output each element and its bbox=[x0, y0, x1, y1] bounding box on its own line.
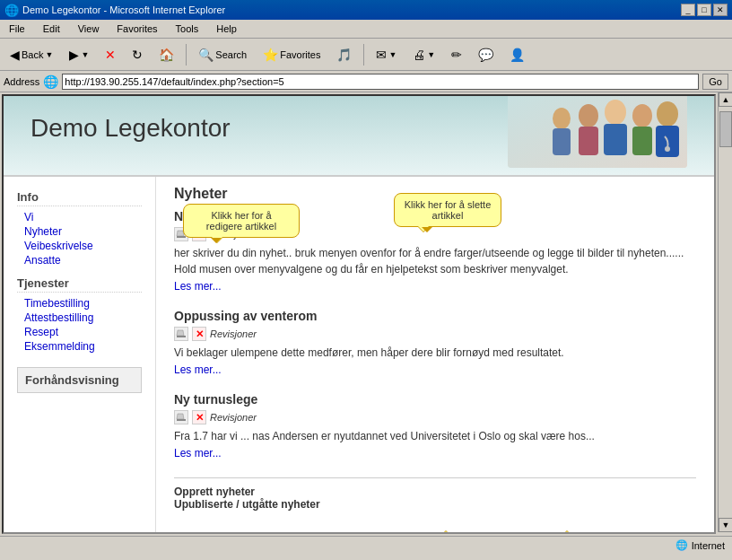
close-button[interactable]: ✕ bbox=[713, 4, 728, 16]
bottom-link-upubliserte[interactable]: Upubliserte / utgåtte nyheter bbox=[174, 498, 696, 511]
minimize-button[interactable]: _ bbox=[681, 4, 695, 16]
sidebar-link-vi[interactable]: Vi bbox=[17, 210, 142, 224]
sidebar-link-eksemmelding[interactable]: Eksemmelding bbox=[17, 339, 142, 354]
article-2-icons: ✕ Revisjoner bbox=[174, 327, 696, 341]
svg-rect-16 bbox=[177, 419, 186, 421]
sidebar: Info Vi Nyheter Veibeskrivelse Ansatte T… bbox=[4, 177, 156, 534]
article-3-les-mer[interactable]: Les mer... bbox=[174, 447, 696, 459]
maximize-button[interactable]: □ bbox=[697, 4, 711, 16]
back-button[interactable]: ◀ Back ▼ bbox=[4, 42, 59, 67]
sidebar-link-veibeskrivelse[interactable]: Veibeskrivelse bbox=[17, 239, 142, 253]
messenger-icon: 👤 bbox=[510, 48, 525, 62]
search-button[interactable]: 🔍 Search bbox=[192, 42, 253, 67]
back-dropdown-icon[interactable]: ▼ bbox=[45, 50, 53, 59]
status-bar: 🌐 Internet bbox=[0, 536, 732, 554]
content-wrapper: Demo Legekontor bbox=[0, 92, 732, 536]
internet-zone-icon: 🌐 bbox=[675, 539, 688, 551]
svg-point-5 bbox=[605, 100, 626, 125]
edit-toolbar-icon: ✏ bbox=[451, 48, 462, 62]
go-button[interactable]: Go bbox=[702, 74, 728, 90]
window-controls[interactable]: _ □ ✕ bbox=[681, 4, 728, 16]
svg-rect-4 bbox=[579, 127, 598, 155]
header-image bbox=[508, 96, 687, 168]
home-icon: 🏠 bbox=[159, 48, 174, 62]
menu-file[interactable]: File bbox=[4, 22, 30, 36]
bubble-edit: Klikk her for å redigere artikkel bbox=[183, 204, 300, 238]
stop-icon: ✕ bbox=[105, 48, 116, 62]
menu-favorites[interactable]: Favorites bbox=[111, 22, 162, 36]
menu-help[interactable]: Help bbox=[211, 22, 242, 36]
window-title: Demo Legekontor - Microsoft Internet Exp… bbox=[22, 4, 225, 15]
page-header: Demo Legekontor bbox=[4, 96, 714, 177]
favorites-button[interactable]: ⭐ Favorites bbox=[257, 42, 327, 67]
print-dropdown[interactable]: ▼ bbox=[427, 50, 435, 59]
svg-point-11 bbox=[665, 146, 670, 152]
sidebar-link-timebestilling[interactable]: Timebestilling bbox=[17, 296, 142, 311]
separator-2 bbox=[363, 44, 364, 66]
forward-icon: ▶ bbox=[69, 48, 79, 62]
scroll-thumb[interactable] bbox=[719, 111, 732, 147]
svg-marker-17 bbox=[177, 414, 184, 419]
article-3-icons: ✕ Revisjoner bbox=[174, 410, 696, 424]
menu-tools[interactable]: Tools bbox=[170, 22, 205, 36]
media-button[interactable]: 🎵 bbox=[330, 42, 358, 67]
messenger-button[interactable]: 👤 bbox=[503, 42, 531, 67]
menu-edit[interactable]: Edit bbox=[38, 22, 65, 36]
back-label: Back bbox=[22, 49, 43, 60]
article-2-les-mer[interactable]: Les mer... bbox=[174, 363, 696, 376]
address-input[interactable] bbox=[62, 74, 699, 90]
discuss-icon: 💬 bbox=[478, 48, 493, 62]
svg-rect-8 bbox=[632, 127, 652, 155]
menu-view[interactable]: View bbox=[73, 22, 105, 36]
print-button[interactable]: 🖨 ▼ bbox=[406, 42, 441, 67]
scroll-down-button[interactable]: ▼ bbox=[719, 518, 732, 532]
title-bar: 🌐 Demo Legekontor - Microsoft Internet E… bbox=[0, 0, 732, 20]
article-2-edit-icon[interactable] bbox=[174, 327, 188, 341]
sidebar-link-ansatte[interactable]: Ansatte bbox=[17, 253, 142, 267]
sidebar-link-nyheter[interactable]: Nyheter bbox=[17, 224, 142, 239]
refresh-button[interactable]: ↻ bbox=[126, 42, 149, 67]
svg-rect-2 bbox=[553, 128, 571, 155]
separator-1 bbox=[186, 44, 187, 66]
article-2-delete-icon[interactable]: ✕ bbox=[192, 327, 206, 341]
bubble-delete: Klikk her for å slette artikkel bbox=[394, 193, 501, 227]
article-2-revision[interactable]: Revisjoner bbox=[210, 328, 257, 339]
discuss-button[interactable]: 💬 bbox=[472, 42, 500, 67]
back-icon: ◀ bbox=[10, 48, 20, 62]
scroll-track bbox=[719, 107, 732, 518]
status-right: 🌐 Internet bbox=[675, 539, 725, 551]
favorites-icon: ⭐ bbox=[263, 48, 278, 62]
mail-dropdown[interactable]: ▼ bbox=[388, 50, 396, 59]
svg-point-1 bbox=[553, 108, 571, 129]
article-3-body: Fra 1.7 har vi ... nas Andersen er nyutd… bbox=[174, 428, 696, 444]
sidebar-link-attestbestilling[interactable]: Attestbestilling bbox=[17, 311, 142, 325]
sidebar-tjenester-title: Tjenester bbox=[17, 276, 142, 293]
forward-button[interactable]: ▶ ▼ bbox=[63, 42, 95, 67]
article-3: Ny turnuslege ✕ Revisjoner Fra 1.7 har v… bbox=[174, 392, 696, 459]
stop-button[interactable]: ✕ bbox=[99, 42, 122, 67]
article-3-edit-icon[interactable] bbox=[174, 410, 188, 424]
search-label: Search bbox=[215, 49, 247, 60]
mail-icon: ✉ bbox=[376, 48, 387, 62]
bottom-link-opprett[interactable]: Opprett nyheter bbox=[174, 486, 696, 498]
article-1-les-mer[interactable]: Les mer... bbox=[174, 280, 696, 293]
refresh-icon: ↻ bbox=[132, 48, 143, 62]
scroll-up-button[interactable]: ▲ bbox=[719, 92, 732, 107]
title-bar-left: 🌐 Demo Legekontor - Microsoft Internet E… bbox=[4, 4, 225, 17]
article-2: Oppussing av venterom ✕ Revisjoner Vi be… bbox=[174, 309, 696, 376]
home-button[interactable]: 🏠 bbox=[152, 42, 180, 67]
svg-marker-15 bbox=[177, 330, 184, 336]
sidebar-link-resept[interactable]: Resept bbox=[17, 325, 142, 339]
article-3-revision[interactable]: Revisjoner bbox=[210, 412, 257, 423]
media-icon: 🎵 bbox=[336, 48, 352, 62]
search-icon: 🔍 bbox=[198, 48, 214, 62]
mail-button[interactable]: ✉ ▼ bbox=[370, 42, 403, 67]
forward-dropdown-icon[interactable]: ▼ bbox=[81, 50, 89, 59]
edit-button[interactable]: ✏ bbox=[445, 42, 468, 67]
forhands-title: Forhåndsvisning bbox=[25, 373, 134, 387]
address-label: Address bbox=[4, 76, 39, 87]
article-3-delete-icon[interactable]: ✕ bbox=[192, 410, 206, 424]
svg-rect-12 bbox=[177, 236, 186, 238]
toolbar: ◀ Back ▼ ▶ ▼ ✕ ↻ 🏠 🔍 Search ⭐ Favorites … bbox=[0, 39, 732, 71]
scrollbar[interactable]: ▲ ▼ bbox=[718, 92, 732, 532]
